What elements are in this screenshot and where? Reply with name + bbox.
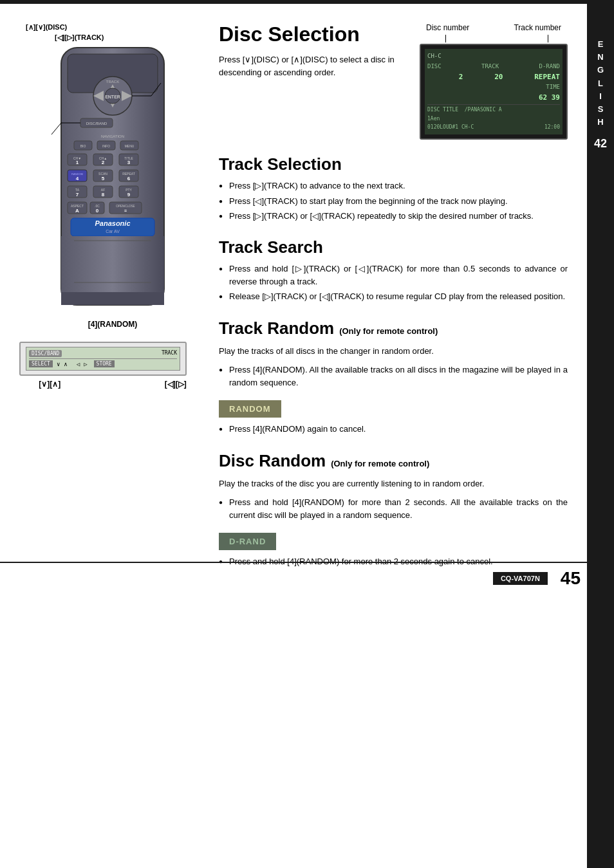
track-random-bullets: Press [4](RANDOM). All the available tra…	[219, 364, 568, 389]
svg-rect-59	[61, 292, 164, 305]
svg-text:8: 8	[102, 192, 105, 198]
svg-text:A: A	[75, 208, 79, 214]
disc-button-label: [∧][∨](DISC)	[26, 23, 206, 32]
disc-screen-inner: CH-C DISCTRACKD-RAND 220REPEAT TIME 62 3…	[425, 49, 563, 134]
right-content: Disc number Track number CH-C DISCTRACKD…	[219, 17, 568, 568]
disc-number-label: Disc number	[426, 23, 469, 32]
sidebar-letter-i: I	[599, 91, 602, 102]
track-random-bullet-2: Press [4](RANDOM) again to cancel.	[219, 423, 568, 436]
svg-text:7: 7	[76, 192, 79, 198]
display-right-label: [◁][▷]	[165, 380, 187, 389]
svg-text:Panasonic: Panasonic	[95, 219, 130, 227]
track-selection-bullets: Press [▷](TRACK) to advance to the next …	[219, 180, 568, 223]
sidebar-letter-e: E	[598, 39, 604, 50]
track-random-bullet-1: Press [4](RANDOM). All the available tra…	[219, 364, 568, 389]
svg-text:1: 1	[76, 160, 79, 165]
main-content: [∧][∨](DISC) [◁][▷](TRACK)	[0, 4, 587, 594]
sidebar-letter-h: H	[597, 116, 603, 128]
svg-text:TRACK: TRACK	[106, 80, 119, 84]
svg-text:BIO: BIO	[80, 144, 86, 148]
svg-text:MENU: MENU	[125, 144, 135, 148]
svg-text:0: 0	[96, 208, 99, 214]
track-number-label: Track number	[514, 23, 561, 32]
track-selection-bullet-2: Press [◁](TRACK) to start play from the …	[219, 195, 568, 208]
track-random-intro: Play the tracks of all discs in the chan…	[219, 345, 568, 358]
drand-badge: D-RAND	[219, 533, 276, 550]
bottom-display-area: DISC/BAND TRACK SELECT ∨ ∧ ◁ ▷ STORE [∨]…	[19, 342, 206, 389]
track-search-title: Track Search	[219, 238, 568, 257]
svg-text:2: 2	[102, 160, 105, 165]
svg-text:=: =	[124, 208, 127, 213]
page-number: 45	[561, 568, 581, 589]
sidebar-page-number: 42	[594, 137, 607, 151]
track-search-bullet-2: Release [▷](TRACK) or [◁](TRACK) to resu…	[219, 290, 568, 303]
sidebar-letter-g: G	[597, 64, 604, 76]
svg-text:OPEN/CLOSE: OPEN/CLOSE	[116, 205, 135, 208]
track-random-title-big: Track Random	[219, 319, 334, 338]
track-selection-section: Track Selection Press [▷](TRACK) to adva…	[219, 155, 568, 223]
bottom-bar: CQ-VA707N 45	[0, 562, 587, 594]
disc-random-bullets: Press and hold [4](RANDOM) for more than…	[219, 496, 568, 521]
track-selection-bullet-1: Press [▷](TRACK) to advance to the next …	[219, 180, 568, 192]
sidebar-letter-l: L	[598, 78, 603, 89]
svg-text:5: 5	[102, 176, 105, 181]
disc-display-labels: Disc number Track number	[420, 23, 568, 32]
track-random-bullets-2: Press [4](RANDOM) again to cancel.	[219, 423, 568, 436]
disc-random-section: Disc Random (Only for remote control) Pl…	[219, 451, 568, 568]
display-panel-inner: DISC/BAND TRACK SELECT ∨ ∧ ◁ ▷ STORE	[26, 347, 180, 371]
track-search-bullets: Press and hold [▷](TRACK) or [◁](TRACK) …	[219, 263, 568, 303]
svg-text:INFO: INFO	[102, 144, 110, 148]
svg-text:6: 6	[127, 176, 131, 181]
svg-text:9: 9	[127, 192, 131, 198]
svg-text:4: 4	[76, 176, 79, 181]
svg-text:Car AV: Car AV	[106, 229, 120, 234]
display-panel: DISC/BAND TRACK SELECT ∨ ∧ ◁ ▷ STORE	[19, 342, 187, 376]
display-bottom-labels: [∨][∧] [◁][▷]	[19, 380, 206, 389]
disc-random-title-area: Disc Random (Only for remote control)	[219, 451, 568, 471]
sidebar-letter-s: S	[598, 104, 604, 115]
track-random-title-small: (Only for remote control)	[339, 326, 438, 336]
disc-random-bullet-1: Press and hold [4](RANDOM) for more than…	[219, 496, 568, 521]
svg-text:3: 3	[127, 160, 131, 165]
svg-line-63	[51, 123, 61, 134]
track-random-section: Track Random (Only for remote control) P…	[219, 319, 568, 436]
left-panel: [∧][∨](DISC) [◁][▷](TRACK)	[19, 23, 206, 389]
model-number: CQ-VA707N	[493, 572, 548, 585]
disc-selection-section: Disc number Track number CH-C DISCTRACKD…	[219, 23, 568, 140]
svg-text:ENTER: ENTER	[105, 95, 120, 99]
disc-random-title-big: Disc Random	[219, 451, 326, 471]
svg-text:NAVIGATION: NAVIGATION	[101, 134, 124, 138]
track-selection-bullet-3: Press [▷](TRACK) or [◁](TRACK) repeatedl…	[219, 210, 568, 223]
track-search-bullet-1: Press and hold [▷](TRACK) or [◁](TRACK) …	[219, 263, 568, 288]
track-selection-title: Track Selection	[219, 155, 568, 174]
disc-display-float: Disc number Track number CH-C DISCTRACKD…	[420, 23, 568, 140]
random-badge: RANDOM	[219, 400, 281, 418]
display-left-label: [∨][∧]	[39, 380, 60, 389]
remote-control-image: ENTER DISC/BAND TRACK NAVIGATION BIO INF…	[48, 44, 177, 317]
track-random-title-area: Track Random (Only for remote control)	[219, 319, 568, 338]
random-label: [4](RANDOM)	[19, 320, 206, 329]
track-button-label: [◁][▷](TRACK)	[55, 33, 206, 42]
right-sidebar: E N G L I S H 42	[587, 0, 614, 868]
svg-text:DISC/BAND: DISC/BAND	[86, 122, 107, 125]
svg-rect-58	[61, 236, 164, 294]
disc-random-title-small: (Only for remote control)	[331, 459, 429, 468]
sidebar-letter-n: N	[597, 51, 603, 63]
disc-random-intro: Play the tracks of the disc you are curr…	[219, 477, 568, 490]
disc-screen: CH-C DISCTRACKD-RAND 220REPEAT TIME 62 3…	[420, 44, 568, 140]
track-search-section: Track Search Press and hold [▷](TRACK) o…	[219, 238, 568, 303]
